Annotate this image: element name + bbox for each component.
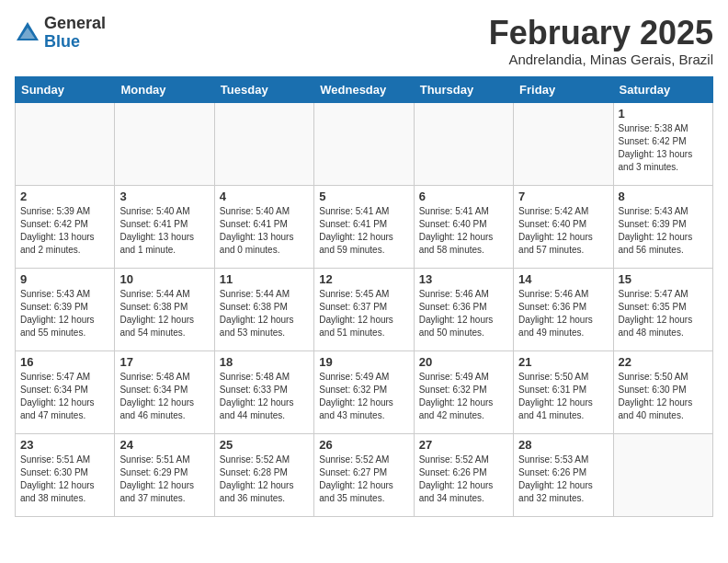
weekday-header-tuesday: Tuesday [214,76,313,102]
day-number: 10 [119,272,209,286]
weekday-header-sunday: Sunday [16,76,115,102]
day-info: Sunrise: 5:40 AM Sunset: 6:41 PM Dayligh… [220,205,309,257]
day-info: Sunrise: 5:49 AM Sunset: 6:32 PM Dayligh… [319,371,408,422]
day-info: Sunrise: 5:39 AM Sunset: 6:42 PM Dayligh… [20,205,109,257]
day-info: Sunrise: 5:42 AM Sunset: 6:40 PM Dayligh… [518,205,608,257]
day-info: Sunrise: 5:40 AM Sunset: 6:41 PM Dayligh… [119,205,209,257]
day-info: Sunrise: 5:43 AM Sunset: 6:39 PM Dayligh… [20,288,109,339]
day-cell: 9Sunrise: 5:43 AM Sunset: 6:39 PM Daylig… [16,268,115,350]
day-number: 6 [419,190,508,203]
day-number: 11 [220,272,309,286]
day-number: 25 [220,438,309,452]
day-info: Sunrise: 5:52 AM Sunset: 6:26 PM Dayligh… [419,454,508,505]
day-cell: 19Sunrise: 5:49 AM Sunset: 6:32 PM Dayli… [314,350,414,433]
day-cell: 13Sunrise: 5:46 AM Sunset: 6:36 PM Dayli… [414,268,513,350]
day-info: Sunrise: 5:47 AM Sunset: 6:35 PM Dayligh… [619,288,708,339]
day-number: 26 [319,438,408,452]
day-number: 23 [20,438,109,452]
day-number: 18 [220,355,309,369]
day-cell: 25Sunrise: 5:52 AM Sunset: 6:28 PM Dayli… [214,433,313,516]
title-block: February 2025 Andrelandia, Minas Gerais,… [489,15,713,67]
day-number: 28 [518,438,608,452]
day-cell: 2Sunrise: 5:39 AM Sunset: 6:42 PM Daylig… [16,185,115,268]
day-info: Sunrise: 5:41 AM Sunset: 6:41 PM Dayligh… [319,205,408,257]
week-row-1: 1Sunrise: 5:38 AM Sunset: 6:42 PM Daylig… [16,102,713,185]
day-cell: 12Sunrise: 5:45 AM Sunset: 6:37 PM Dayli… [314,268,414,350]
week-row-5: 23Sunrise: 5:51 AM Sunset: 6:30 PM Dayli… [16,433,713,516]
day-info: Sunrise: 5:50 AM Sunset: 6:30 PM Dayligh… [619,371,708,422]
day-cell [514,102,613,185]
day-info: Sunrise: 5:52 AM Sunset: 6:28 PM Dayligh… [220,454,309,505]
calendar-table: SundayMondayTuesdayWednesdayThursdayFrid… [15,76,713,517]
day-info: Sunrise: 5:48 AM Sunset: 6:34 PM Dayligh… [119,371,209,422]
weekday-header-row: SundayMondayTuesdayWednesdayThursdayFrid… [16,76,713,102]
logo-icon [15,20,40,46]
day-number: 5 [319,190,408,203]
day-number: 17 [119,355,209,369]
day-info: Sunrise: 5:47 AM Sunset: 6:34 PM Dayligh… [20,371,109,422]
week-row-2: 2Sunrise: 5:39 AM Sunset: 6:42 PM Daylig… [16,185,713,268]
day-cell [613,433,712,516]
day-info: Sunrise: 5:49 AM Sunset: 6:32 PM Dayligh… [419,371,508,422]
day-cell: 24Sunrise: 5:51 AM Sunset: 6:29 PM Dayli… [115,433,214,516]
logo-blue-text: Blue [44,33,106,52]
day-number: 27 [419,438,508,452]
day-cell: 10Sunrise: 5:44 AM Sunset: 6:38 PM Dayli… [115,268,214,350]
day-info: Sunrise: 5:44 AM Sunset: 6:38 PM Dayligh… [119,288,209,339]
day-cell: 4Sunrise: 5:40 AM Sunset: 6:41 PM Daylig… [214,185,313,268]
weekday-header-monday: Monday [115,76,214,102]
day-cell: 18Sunrise: 5:48 AM Sunset: 6:33 PM Dayli… [214,350,313,433]
day-info: Sunrise: 5:46 AM Sunset: 6:36 PM Dayligh… [518,288,608,339]
day-info: Sunrise: 5:48 AM Sunset: 6:33 PM Dayligh… [220,371,309,422]
day-info: Sunrise: 5:52 AM Sunset: 6:27 PM Dayligh… [319,454,408,505]
day-cell: 21Sunrise: 5:50 AM Sunset: 6:31 PM Dayli… [514,350,613,433]
day-cell: 1Sunrise: 5:38 AM Sunset: 6:42 PM Daylig… [613,102,712,185]
day-number: 21 [518,355,608,369]
page-header: General Blue February 2025 Andrelandia, … [15,15,713,67]
day-info: Sunrise: 5:51 AM Sunset: 6:29 PM Dayligh… [119,454,209,505]
day-cell: 14Sunrise: 5:46 AM Sunset: 6:36 PM Dayli… [514,268,613,350]
day-number: 12 [319,272,408,286]
weekday-header-wednesday: Wednesday [314,76,414,102]
day-number: 4 [220,190,309,203]
day-number: 15 [619,272,708,286]
day-number: 24 [119,438,209,452]
day-info: Sunrise: 5:41 AM Sunset: 6:40 PM Dayligh… [419,205,508,257]
day-number: 22 [619,355,708,369]
logo-general-text: General [44,15,106,33]
day-cell: 8Sunrise: 5:43 AM Sunset: 6:39 PM Daylig… [613,185,712,268]
day-info: Sunrise: 5:38 AM Sunset: 6:42 PM Dayligh… [619,122,708,174]
day-number: 1 [619,107,708,121]
day-cell: 15Sunrise: 5:47 AM Sunset: 6:35 PM Dayli… [613,268,712,350]
day-cell: 17Sunrise: 5:48 AM Sunset: 6:34 PM Dayli… [115,350,214,433]
weekday-header-friday: Friday [514,76,613,102]
day-cell [314,102,414,185]
day-cell [414,102,513,185]
week-row-4: 16Sunrise: 5:47 AM Sunset: 6:34 PM Dayli… [16,350,713,433]
day-info: Sunrise: 5:53 AM Sunset: 6:26 PM Dayligh… [518,454,608,505]
day-number: 16 [20,355,109,369]
day-info: Sunrise: 5:50 AM Sunset: 6:31 PM Dayligh… [518,371,608,422]
day-cell: 28Sunrise: 5:53 AM Sunset: 6:26 PM Dayli… [514,433,613,516]
location-subtitle: Andrelandia, Minas Gerais, Brazil [489,52,713,67]
month-title: February 2025 [489,15,713,52]
day-cell: 22Sunrise: 5:50 AM Sunset: 6:30 PM Dayli… [613,350,712,433]
day-number: 13 [419,272,508,286]
day-number: 7 [518,190,608,203]
day-cell: 3Sunrise: 5:40 AM Sunset: 6:41 PM Daylig… [115,185,214,268]
day-number: 14 [518,272,608,286]
day-cell: 11Sunrise: 5:44 AM Sunset: 6:38 PM Dayli… [214,268,313,350]
day-cell [16,102,115,185]
day-number: 9 [20,272,109,286]
day-info: Sunrise: 5:45 AM Sunset: 6:37 PM Dayligh… [319,288,408,339]
day-cell: 27Sunrise: 5:52 AM Sunset: 6:26 PM Dayli… [414,433,513,516]
day-cell: 7Sunrise: 5:42 AM Sunset: 6:40 PM Daylig… [514,185,613,268]
day-info: Sunrise: 5:43 AM Sunset: 6:39 PM Dayligh… [619,205,708,257]
day-number: 2 [20,190,109,203]
day-cell [214,102,313,185]
day-number: 3 [119,190,209,203]
day-cell: 20Sunrise: 5:49 AM Sunset: 6:32 PM Dayli… [414,350,513,433]
day-cell [115,102,214,185]
day-number: 19 [319,355,408,369]
weekday-header-saturday: Saturday [613,76,712,102]
